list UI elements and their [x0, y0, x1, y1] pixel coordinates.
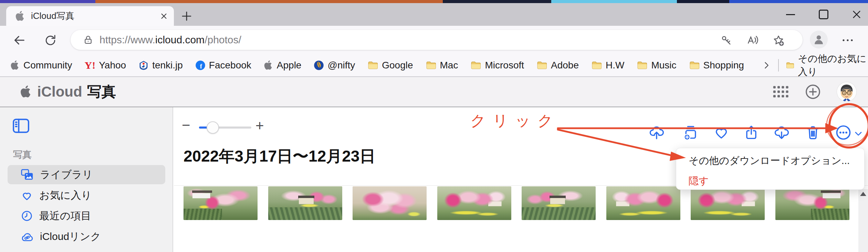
icloud-wordmark: iCloud [37, 84, 82, 100]
bookmark-folder-adobe[interactable]: Adobe [536, 60, 579, 71]
person-icon [812, 33, 825, 46]
photo-thumbnail[interactable] [522, 186, 596, 220]
more-options-dropdown: その他のダウンロードオプション... 隠す [676, 148, 865, 190]
folder-icon [470, 60, 481, 71]
chevron-down-icon[interactable] [853, 129, 864, 139]
favorite-heart-icon[interactable] [713, 124, 729, 140]
bookmark-tenki[interactable]: tenki.jp [138, 60, 183, 71]
date-range-title: 2022年3月17日〜12月23日 [184, 146, 375, 167]
app-grid-icon[interactable] [773, 86, 789, 98]
bookmark-facebook[interactable]: f Facebook [195, 60, 251, 71]
window-minimize-button[interactable] [780, 3, 801, 26]
back-button[interactable] [12, 33, 26, 47]
share-icon[interactable] [743, 124, 759, 140]
photo-thumbnail[interactable] [268, 186, 342, 220]
bookmarks-list: Community Y! Yahoo tenki.jp f Facebook A… [10, 54, 751, 76]
upload-cloud-icon[interactable] [649, 124, 665, 140]
more-options-button[interactable] [835, 124, 851, 141]
window-close-button[interactable] [846, 3, 867, 26]
bookmark-folder-mac[interactable]: Mac [426, 60, 458, 71]
browser-profile-button[interactable] [810, 31, 828, 48]
delete-trash-icon[interactable] [805, 124, 821, 140]
folder-icon [426, 60, 437, 71]
menu-item-more-download-options[interactable]: その他のダウンロードオプション... [689, 154, 850, 168]
icloud-brand: iCloud 写真 [20, 77, 116, 107]
bookmark-folder-hw[interactable]: H.W [591, 60, 624, 71]
download-cloud-icon[interactable] [774, 124, 789, 140]
sidebar-section-label: 写真 [13, 149, 32, 161]
sidebar-item-icloud-links[interactable]: iCloudリンク [8, 227, 165, 246]
photo-thumbnail[interactable] [437, 186, 511, 220]
create-plus-icon[interactable] [805, 84, 821, 100]
bookmark-folder-shopping[interactable]: Shopping [689, 60, 744, 71]
add-favorite-star-icon[interactable] [772, 34, 785, 47]
zoom-out-button[interactable]: − [182, 117, 190, 133]
sidebar-item-library[interactable]: ライブラリ [8, 165, 165, 184]
photo-thumbnail[interactable] [775, 186, 849, 220]
facebook-icon: f [195, 60, 206, 70]
nifty-icon [314, 60, 324, 70]
scroll-up-arrow-icon[interactable] [860, 192, 866, 196]
read-aloud-icon[interactable] [747, 34, 759, 46]
browser-tab[interactable]: iCloud写真 [6, 6, 174, 26]
browser-settings-menu-icon[interactable] [841, 36, 855, 44]
new-tab-button[interactable] [180, 10, 193, 22]
bookmark-folder-google[interactable]: Google [367, 60, 413, 71]
url-text[interactable]: https://www.icloud.com/photos/ [100, 34, 241, 46]
photo-thumbnail[interactable] [606, 186, 680, 220]
bookmark-folder-microsoft[interactable]: Microsoft [470, 60, 524, 71]
yahoo-icon: Y! [85, 59, 96, 71]
apple-logo-icon [20, 86, 32, 98]
folder-icon [591, 60, 602, 71]
tab-close-icon[interactable] [160, 12, 168, 20]
refresh-button[interactable] [44, 34, 57, 47]
folder-icon [786, 60, 794, 71]
folder-icon [689, 60, 700, 71]
svg-text:f: f [200, 63, 202, 70]
folder-icon [637, 60, 648, 71]
window-maximize-button[interactable] [813, 3, 834, 26]
bookmarks-bar: Community Y! Yahoo tenki.jp f Facebook A… [0, 54, 868, 77]
bookmark-nifty[interactable]: @nifty [314, 60, 355, 71]
photo-thumbnail[interactable] [184, 186, 258, 220]
bookmark-folder-music[interactable]: Music [637, 60, 676, 71]
add-to-album-icon[interactable] [683, 124, 699, 140]
other-favorites-folder[interactable]: その他のお気に入り [786, 54, 868, 76]
cloud-link-icon [21, 231, 34, 242]
heart-icon [21, 189, 33, 201]
apple-icon [264, 61, 273, 70]
sidebar-toggle-icon[interactable] [12, 118, 30, 133]
apple-favicon-icon [15, 11, 25, 21]
bookmarks-overflow-chevron-icon[interactable] [762, 61, 771, 70]
bookmark-community[interactable]: Community [10, 60, 72, 71]
folder-icon [367, 60, 378, 71]
sidebar: 写真 ライブラリ お気に入り 最近の項目 iCloudリンク [0, 107, 173, 252]
photos-library-icon [21, 169, 34, 180]
address-bar[interactable]: https://www.icloud.com/photos/ [71, 30, 803, 50]
menu-item-hide[interactable]: 隠す [689, 174, 709, 188]
lock-icon[interactable] [83, 35, 93, 45]
folder-icon [536, 60, 547, 71]
sidebar-item-favorites[interactable]: お気に入り [8, 186, 165, 205]
sidebar-item-recents[interactable]: 最近の項目 [8, 206, 165, 226]
content-scrollbar[interactable] [858, 189, 868, 252]
photo-thumbnail[interactable] [353, 186, 427, 220]
password-key-icon[interactable] [720, 34, 732, 46]
browser-tab-bar: iCloud写真 [0, 3, 868, 26]
icloud-header: iCloud 写真 [0, 77, 868, 107]
bookmark-apple[interactable]: Apple [264, 60, 302, 71]
page-title: 写真 [87, 82, 116, 101]
browser-toolbar: https://www.icloud.com/photos/ [0, 26, 868, 54]
bookmark-yahoo[interactable]: Y! Yahoo [85, 59, 126, 71]
account-avatar[interactable] [837, 82, 856, 101]
tenki-icon [138, 60, 149, 70]
apple-icon [10, 61, 20, 70]
tab-title: iCloud写真 [31, 10, 160, 22]
clock-icon [21, 210, 33, 222]
photo-thumbnail[interactable] [691, 186, 765, 220]
desktop-background-strip [0, 0, 868, 3]
bookmarks-divider [778, 59, 779, 72]
zoom-in-button[interactable]: + [255, 118, 264, 134]
zoom-slider-thumb[interactable] [207, 121, 219, 134]
